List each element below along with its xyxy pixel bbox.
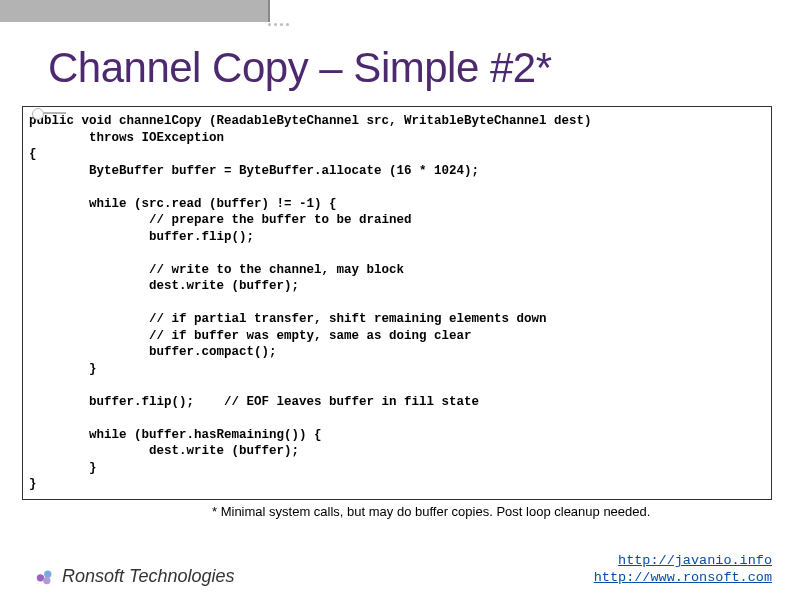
company-name: Ronsoft Technologies xyxy=(62,566,234,587)
link-javanio[interactable]: http://javanio.info xyxy=(618,553,772,568)
footer: Ronsoft Technologies http://javanio.info… xyxy=(0,553,794,587)
svg-point-0 xyxy=(37,574,44,581)
title-bullet-icon xyxy=(38,112,66,114)
slide-title: Channel Copy – Simple #2* xyxy=(48,44,746,92)
logo-icon xyxy=(34,565,56,587)
svg-point-2 xyxy=(43,577,50,584)
svg-point-1 xyxy=(44,571,51,578)
footer-left: Ronsoft Technologies xyxy=(34,565,234,587)
title-area: Channel Copy – Simple #2* xyxy=(0,0,794,100)
footer-links: http://javanio.info http://www.ronsoft.c… xyxy=(594,553,772,587)
link-ronsoft[interactable]: http://www.ronsoft.com xyxy=(594,570,772,585)
slide: Channel Copy – Simple #2* public void ch… xyxy=(0,0,794,595)
footnote: * Minimal system calls, but may do buffe… xyxy=(0,500,794,519)
code-block: public void channelCopy (ReadableByteCha… xyxy=(22,106,772,500)
